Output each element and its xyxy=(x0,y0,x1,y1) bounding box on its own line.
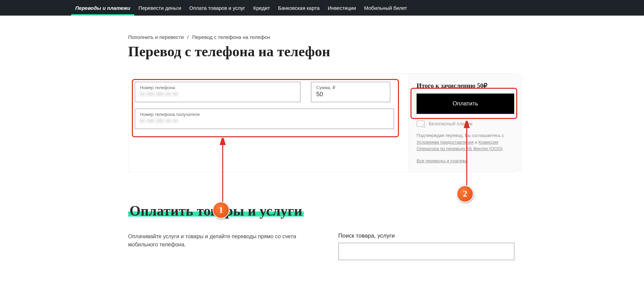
search-label: Поиск товара, услуги xyxy=(338,232,516,239)
nav-item-mobile-ticket[interactable]: Мобильный билет xyxy=(360,0,411,16)
pay-goods-desc: Оплачивайте услуги и товары и делайте пе… xyxy=(128,232,311,260)
phone-value: •• ••• ••• •• •• xyxy=(140,91,295,98)
secure-payment-label: Безопасный платеж xyxy=(429,121,472,126)
nav-item-bank-card[interactable]: Банковская карта xyxy=(274,0,324,16)
secure-payment-row: Безопасный платеж xyxy=(417,121,514,127)
annotation-badge-1: 1 xyxy=(213,202,229,219)
transfer-form: Номер телефона •• ••• ••• •• •• Сумма, ₽… xyxy=(128,73,516,172)
search-block: Поиск товара, услуги xyxy=(338,232,516,260)
form-left-block: Номер телефона •• ••• ••• •• •• Сумма, ₽… xyxy=(128,74,408,172)
nav-item-credit[interactable]: Кредит xyxy=(249,0,274,16)
all-transfers-link[interactable]: Все переводы и платежи xyxy=(417,158,467,163)
search-input[interactable] xyxy=(338,243,515,260)
annotation-frame-2 xyxy=(410,88,517,119)
breadcrumb-current: Перевод с телефона на телефон xyxy=(192,34,270,40)
breadcrumb-parent[interactable]: Пополнить и перевести xyxy=(128,34,184,40)
nav-item-pay-goods[interactable]: Оплата товаров и услуг xyxy=(185,0,249,16)
nav-item-transfers[interactable]: Переводы и платежи xyxy=(71,0,134,16)
top-nav: Переводы и платежи Перевести деньги Опла… xyxy=(0,0,644,16)
annotation-frame-1 xyxy=(132,79,399,137)
summary-block: Итого к зачислению 50₽ Оплатить Безопасн… xyxy=(408,74,522,172)
breadcrumb-separator: / xyxy=(187,34,188,40)
recipient-value: •• ••• ••• •• •• xyxy=(140,118,389,125)
page-title: Перевод с телефона на телефон xyxy=(128,43,516,60)
nav-item-send-money[interactable]: Перевести деньги xyxy=(134,0,185,16)
terms-text: Подтверждая перевод, Вы соглашаетесь с У… xyxy=(417,132,514,152)
badge-1-text: 1 xyxy=(219,205,223,215)
badge-2-text: 2 xyxy=(463,189,467,199)
terms-mid: и xyxy=(474,140,479,145)
breadcrumb: Пополнить и перевести / Перевод с телефо… xyxy=(128,34,516,40)
terms-link-conditions[interactable]: Условиями предоставления xyxy=(417,140,474,145)
nav-item-investments[interactable]: Инвестиции xyxy=(324,0,360,16)
secure-payment-icon xyxy=(417,121,425,127)
annotation-badge-2: 2 xyxy=(457,185,474,202)
terms-prefix: Подтверждая перевод, Вы соглашаетесь с xyxy=(417,133,504,138)
pay-goods-section: Оплатить товары и услуги Оплачивайте усл… xyxy=(128,203,516,260)
